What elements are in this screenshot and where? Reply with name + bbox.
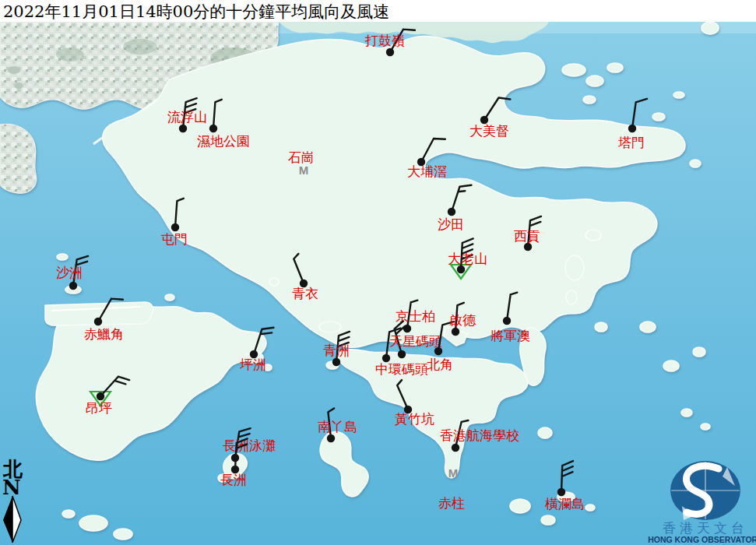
station-label: 西貢	[514, 228, 540, 244]
station-dot	[171, 223, 179, 231]
station-label: 沙田	[438, 216, 464, 232]
islet	[701, 22, 719, 34]
station-dot	[628, 125, 636, 132]
islet	[652, 113, 665, 121]
islet	[585, 230, 601, 241]
station-label: 橫瀾島	[545, 496, 585, 512]
station-label: 屯門	[161, 231, 188, 247]
station-label: 大美督	[469, 123, 509, 139]
station-dot	[452, 328, 459, 336]
islet-kau-sai	[565, 255, 584, 280]
station-label: 濕地公園	[197, 133, 250, 149]
station-label: 長洲	[220, 472, 247, 487]
station-dot	[557, 488, 565, 496]
islet-tung-lung	[538, 427, 552, 438]
station-label: 打鼓嶺	[364, 33, 405, 48]
islet	[681, 409, 692, 417]
station-dot	[434, 347, 442, 355]
hko-name-zh: 香港天文台	[663, 521, 748, 536]
station-label: 啟德	[449, 312, 476, 328]
station-label: 中環碼頭	[375, 361, 428, 377]
station-label: 昂坪	[86, 400, 112, 416]
station-dot	[327, 434, 335, 442]
station-dot	[97, 392, 104, 400]
station-label: 大老山	[448, 251, 487, 266]
station-label: 香港航海學校	[440, 427, 519, 443]
islet	[541, 515, 555, 525]
islet-po-toi	[510, 499, 530, 513]
islet	[566, 290, 577, 304]
map-title: 2022年11月01日14時00分的十分鐘平均風向及風速	[3, 1, 389, 23]
station-label: 青洲	[323, 343, 350, 358]
station-label: 坪洲	[240, 357, 266, 372]
islet	[57, 254, 68, 260]
islet-kat-o	[562, 64, 585, 76]
missing-data-marker: M	[448, 466, 459, 480]
station-label: 天星碼頭	[389, 333, 442, 349]
islet-soko	[114, 529, 132, 540]
station-label: 沙洲	[56, 265, 83, 280]
islet	[690, 160, 701, 167]
islet	[586, 76, 603, 86]
hong-kong-wind-map: 打鼓嶺流浮山濕地公園M石崗大美督塔門大埔滘沙田西貢大老山屯門沙洲赤鱲角青衣坪洲青…	[0, 0, 756, 545]
title-bar: 2022年11月01日14時00分的十分鐘平均風向及風速	[0, 0, 756, 22]
station-label: 長洲泳灘	[223, 438, 276, 453]
station-dot	[69, 282, 77, 290]
station-label: 青衣	[292, 286, 318, 301]
station-label: 赤柱	[438, 495, 465, 511]
station-label: 塔門	[617, 135, 645, 150]
station-label: 赤鱲角	[84, 326, 124, 342]
missing-data-marker: M	[299, 164, 309, 177]
islet	[693, 347, 705, 357]
station-label: 黃竹坑	[395, 411, 434, 427]
islet	[701, 424, 710, 430]
station-dot	[398, 350, 406, 358]
islet	[585, 505, 595, 511]
station-dot	[448, 208, 455, 216]
islet	[165, 294, 174, 301]
station-dot	[386, 48, 394, 56]
islet	[640, 322, 656, 332]
station-dot	[457, 265, 465, 273]
station-label: 流浮山	[167, 109, 207, 125]
station-label: 石崗	[288, 149, 315, 165]
station-dot	[332, 358, 340, 366]
station-label: 南丫島	[318, 419, 357, 434]
station-label: 大埔滘	[407, 164, 447, 179]
islet-ma-wan	[269, 278, 279, 286]
islet-stonecutters	[319, 322, 341, 332]
wind-map-app: 打鼓嶺流浮山濕地公園M石崗大美督塔門大埔滘沙田西貢大老山屯門沙洲赤鱲角青衣坪洲青…	[0, 0, 756, 545]
station-dot	[179, 125, 187, 132]
station-dot	[524, 243, 532, 251]
compass-north-letter: N	[2, 476, 21, 499]
islet	[663, 360, 679, 371]
station-dot	[452, 444, 459, 452]
station-dot	[209, 125, 217, 132]
station-dot	[94, 318, 102, 325]
islet	[607, 63, 623, 72]
station-label: 北角	[427, 357, 453, 372]
station-dot	[503, 317, 511, 325]
hko-name-en: HONG KONG OBSERVATORY	[648, 535, 756, 544]
islet	[583, 96, 596, 104]
islet	[673, 92, 684, 98]
station-label: 將軍澳	[491, 328, 530, 343]
islet	[595, 322, 607, 332]
islet	[62, 510, 75, 518]
islet-soko	[79, 515, 107, 531]
